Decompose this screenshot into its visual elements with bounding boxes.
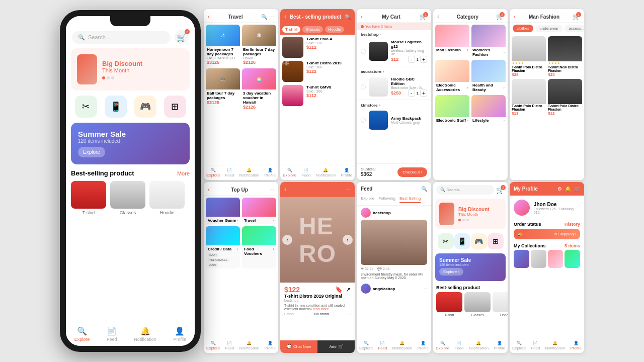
fashion-4[interactable]: T-shirt Polo Distro Fhasion $12 [548,79,582,116]
prof-shipping[interactable]: 🚚 In Shipping › [514,229,580,239]
bs-search-icon[interactable]: 🔍 [345,14,351,20]
icon-scissors[interactable]: ✂ [75,96,97,118]
topup-voucher[interactable]: Voucher Game › [206,198,240,224]
add-button[interactable]: Add 🛒 [317,340,355,353]
fd-nav-left[interactable]: ‹ [282,235,292,245]
fashion-1[interactable]: ★★★★ T-shirt Polo Distro Fhasion $28 [512,36,546,77]
hp-tshirt[interactable]: T-shirt [436,292,462,317]
qty-plus-2[interactable]: + [420,89,427,97]
cat-back[interactable]: ‹ [437,13,439,20]
fd-bookmark-icon[interactable]: 🔖 [335,286,343,293]
pc-img-1[interactable] [514,250,529,268]
more-link[interactable]: More [177,170,190,176]
ftab-underwear[interactable]: underwear [535,25,562,32]
prof-history-link[interactable]: History [565,222,580,227]
cat-man-fashion[interactable]: Man Fashion › [435,25,469,58]
pli-3[interactable]: T-shirt GMV8 Sold : 300 $112 [282,85,353,106]
prof-footer-feed[interactable]: 📄Feed [531,341,540,350]
sf-more-2[interactable]: ⋯ [422,286,427,292]
qty-minus-1[interactable]: - [408,56,415,63]
sf-more-1[interactable]: ⋯ [422,210,427,216]
fd-share-icon[interactable]: ↗ [346,286,351,293]
cat-electronic-stuff[interactable]: Electronic Stuff › [435,95,469,124]
qty-plus-1[interactable]: + [420,56,427,63]
hp-glasses[interactable]: Glasses [464,292,491,317]
travel-card-3[interactable]: 🏯 Bali tour 7 day packages $3125 [206,68,240,111]
sf-tab-explore[interactable]: Explore [361,196,374,203]
icon-game[interactable]: 🎮 [134,96,156,118]
sf-tab-best[interactable]: Best Selling [399,196,421,203]
mf-back[interactable]: ‹ [514,13,516,20]
home2-explore-btn[interactable]: Explore › [439,268,463,276]
topup-food[interactable]: Food Vouchers › [242,226,276,268]
pc-img-4[interactable] [565,250,580,268]
tu-footer-explore[interactable]: 🔍Explore [206,341,220,350]
home2-footer-notif[interactable]: 🔔Notification [469,341,489,350]
cart-cb-1[interactable] [361,49,366,54]
sf-footer-explore[interactable]: 🔍Explore [359,341,373,350]
cat-lifestyle[interactable]: Lifestyle › [471,95,506,124]
prof-footer-explore[interactable]: 🔍Explore [512,341,526,350]
tu-footer-feed[interactable]: 📄Feed [225,341,234,350]
fd-nav-right[interactable]: › [343,235,353,245]
sf-like-icon[interactable]: ❤ 32.2k [361,267,373,271]
prof-footer-profile[interactable]: 👤Profile [570,341,582,350]
bs-tab-glasses[interactable]: Glasses [302,26,323,33]
tu-footer-notif[interactable]: 🔔Notification [239,341,260,350]
sf-footer-feed[interactable]: 📄Feed [378,341,387,350]
icon-phone[interactable]: 📱 [105,96,127,118]
prof-bell-icon[interactable]: 🔔 [565,186,571,192]
fd-back[interactable]: ‹ [284,186,286,193]
nav-notification[interactable]: 🔔 Notification [134,326,156,342]
bs-footer-profile[interactable]: 👤Profile [341,168,352,177]
pli-1[interactable]: T-shirt Polo A Sold : 120 $112 [282,37,353,58]
travel-card-4[interactable]: 🌅 3 day vacation voucher in Hawaii $2126 [242,68,276,111]
topup-back[interactable]: ‹ [208,186,210,193]
nav-feed[interactable]: 📄 Feed [107,326,117,342]
travel-card-1[interactable]: 🏖 Honeymoon 7 day packages LAS FRANSISCO… [206,25,240,66]
phone-search-bar[interactable]: 🔍 Search... [72,31,171,44]
sf-footer-profile[interactable]: 👤Profile [417,341,429,350]
pc-count[interactable]: 5 items [565,243,580,248]
topup-travel[interactable]: Travel › [242,198,276,224]
home2-footer-explore[interactable]: 🔍Explore [436,341,449,350]
product-hoodie[interactable]: Hoodie [149,181,185,215]
product-glasses[interactable]: Glasses [110,181,145,215]
hp-hoodie[interactable]: Hoodie [493,292,508,317]
travel-search-icon[interactable]: 🔍 [261,14,267,20]
bs-tab-hoodie[interactable]: Hoodie [325,26,344,33]
footer-profile[interactable]: 👤Profile [264,168,276,177]
checkout-button[interactable]: Checkout › [397,167,427,177]
bs-footer-explore[interactable]: 🔍Explore [283,168,296,177]
fashion-2[interactable]: ★★★★ T-shirt New Distro Fhasion $25 [548,36,582,77]
ftab-clothes[interactable]: clothes [513,25,533,32]
product-tshirt[interactable]: T-shirt [71,181,106,215]
footer-notif[interactable]: 🔔Notification [239,168,260,177]
topup-more-icon[interactable]: ⋯ [269,187,274,193]
bs-footer-feed[interactable]: 📄Feed [301,168,310,177]
prof-footer-notif[interactable]: 🔔Notification [545,341,566,350]
home2-footer-profile[interactable]: 👤Profile [494,341,505,350]
home2-icon-4[interactable]: ⊞ [488,233,504,249]
travel-more-icon[interactable]: ⋯ [269,14,274,20]
chat-now-button[interactable]: 💬 Chat Now [280,340,317,353]
prof-cart-icon[interactable]: 🛒 [574,186,580,192]
bs-tab-tshirt[interactable]: T-shirt [282,26,300,33]
home2-icon-2[interactable]: 📱 [454,233,470,249]
cat-electronic-acc[interactable]: Electronic Accessories › [435,60,469,93]
icon-apps[interactable]: ⊞ [164,96,186,118]
tu-footer-profile[interactable]: 👤Profile [264,341,276,350]
home2-icon-3[interactable]: 🎮 [471,233,487,249]
sf-footer-notif[interactable]: 🔔Notification [392,341,413,350]
pc-img-2[interactable] [531,250,546,268]
cart-cb-2[interactable] [361,84,366,89]
fashion-3[interactable]: T-shirt Polo Distro Fhasion $13 [512,79,546,116]
explore-button[interactable]: Explore [78,147,105,157]
fd-read-more[interactable]: read more [312,307,329,311]
topup-credit[interactable]: Credit / Data › SAAT TELKOMSEL AXIS [206,226,240,268]
travel-card-2[interactable]: 🏛 Berlin tour 7 day packages Hawai $2126 [242,25,276,66]
footer-feed[interactable]: 📄Feed [225,168,234,177]
cat-women-fashion[interactable]: Women's Fashion › [471,25,506,58]
cat-health-beauty[interactable]: Health and Beauty › [471,60,506,93]
pc-img-3[interactable] [548,250,564,268]
